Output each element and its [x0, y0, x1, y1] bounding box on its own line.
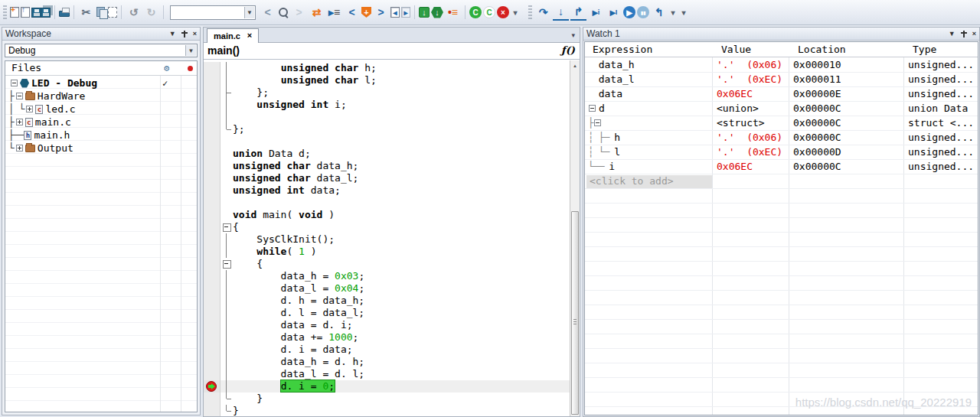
watch-expression-cell[interactable]: ┆ ├─ h: [588, 132, 710, 143]
code-line[interactable]: d. l = data_l;: [204, 307, 580, 319]
code-line[interactable]: }: [204, 405, 580, 416]
find-previous-icon[interactable]: <: [260, 5, 276, 21]
breakpoint-gutter[interactable]: [204, 135, 220, 148]
step-over-icon[interactable]: ↷: [535, 5, 551, 21]
watch-row-i[interactable]: └── i0x06EC0x00000Cunsigned...: [585, 160, 978, 174]
undo-icon[interactable]: ↺: [126, 5, 142, 21]
step-into-icon[interactable]: ↓: [553, 5, 569, 21]
code-line[interactable]: {: [204, 258, 580, 270]
fold-collapse-icon[interactable]: [220, 221, 233, 233]
chevron-down-icon[interactable]: ▼: [185, 45, 196, 56]
workspace-menu-icon[interactable]: ▼: [169, 29, 176, 38]
breakpoint-gutter[interactable]: [204, 111, 220, 123]
workspace-close-icon[interactable]: ×: [193, 29, 197, 38]
code-line[interactable]: unsigned char l;: [204, 74, 580, 86]
build-log-icon[interactable]: •≡: [445, 5, 461, 21]
toggle-bookmark-icon[interactable]: +: [361, 7, 371, 18]
toolbar-drag-handle[interactable]: [3, 5, 7, 19]
watch-expression-cell[interactable]: ┆ └─ l: [588, 146, 710, 158]
chevron-down-icon[interactable]: ▼: [244, 7, 254, 18]
tab-close-icon[interactable]: ×: [247, 31, 252, 43]
next-statement-icon[interactable]: ▸i: [588, 5, 604, 21]
debug-dropdown-icon[interactable]: ▾: [668, 5, 678, 21]
breakpoint-gutter[interactable]: [204, 246, 220, 258]
breakpoint-current-pc-icon[interactable]: [206, 381, 217, 392]
code-line[interactable]: unsigned char data_l;: [204, 172, 580, 184]
watch-row-data_h[interactable]: data_h'.' (0x06)0x000010unsigned...: [585, 58, 978, 73]
watch-add-placeholder[interactable]: <click to add>: [586, 175, 712, 188]
copy-icon[interactable]: [96, 7, 106, 18]
watch-row-l[interactable]: ┆ └─ l'.' (0xEC)0x00000Dunsigned...: [585, 145, 978, 160]
breakpoint-gutter[interactable]: [204, 356, 220, 368]
tree-expander-icon[interactable]: [589, 105, 596, 112]
tab-main-c[interactable]: main.c ×: [207, 28, 259, 43]
navigate-swap-icon[interactable]: ⇄: [309, 5, 325, 21]
watch-pin-icon[interactable]: [961, 30, 967, 38]
code-line[interactable]: [204, 197, 580, 209]
watch-expression-cell[interactable]: └── i: [588, 161, 710, 172]
breakpoint-gutter[interactable]: [204, 184, 220, 197]
tree-item-led-debug[interactable]: LED - Debug✓: [5, 77, 197, 90]
code-line[interactable]: d. h = data_h;: [204, 295, 580, 307]
breakpoint-gutter[interactable]: [204, 197, 220, 209]
breakpoint-gutter[interactable]: [204, 258, 220, 270]
tree-expander-icon[interactable]: [16, 119, 23, 125]
download-debug-icon[interactable]: ↓: [431, 7, 443, 18]
watch-add-row[interactable]: <click to add>: [585, 174, 978, 189]
code-line-current[interactable]: d. i = 0;: [204, 380, 580, 393]
code-line[interactable]: void main( void ): [204, 209, 580, 221]
code-line[interactable]: while( 1 ): [204, 246, 580, 258]
run-to-cursor-icon[interactable]: ▸I: [606, 5, 622, 21]
code-line[interactable]: };: [204, 86, 580, 99]
breakpoint-gutter[interactable]: [204, 307, 220, 319]
breakpoint-gutter[interactable]: [204, 86, 220, 99]
tree-item-main-c[interactable]: ├cmain.c: [5, 116, 197, 129]
next-document-icon[interactable]: ▸: [401, 7, 410, 18]
toolbar-search-combobox[interactable]: ▼: [170, 5, 256, 20]
breakpoint-gutter[interactable]: [204, 405, 220, 416]
previous-bookmark-icon[interactable]: <: [344, 5, 360, 21]
watch-expression-cell[interactable]: data_h: [588, 59, 710, 70]
breakpoint-gutter[interactable]: [204, 380, 220, 393]
code-line[interactable]: SysClkInit();: [204, 233, 580, 246]
debugbar-overflow-icon[interactable]: ▾: [679, 5, 688, 21]
find-next-icon[interactable]: >: [291, 5, 307, 21]
col-value[interactable]: Value: [721, 44, 751, 55]
code-line[interactable]: data_l = d. l;: [204, 368, 580, 380]
tree-expander-icon[interactable]: [11, 80, 18, 86]
breakpoint-gutter[interactable]: [204, 319, 220, 331]
breakpoint-gutter[interactable]: [204, 368, 220, 380]
breakpoint-gutter[interactable]: [204, 331, 220, 344]
code-line[interactable]: d. i = data;: [204, 344, 580, 356]
previous-document-icon[interactable]: ◂: [390, 7, 400, 18]
tree-item-main-h[interactable]: ├──hmain.h: [5, 129, 197, 142]
toolbar-overflow-icon[interactable]: ▾: [511, 5, 520, 21]
reset-icon[interactable]: ↰: [651, 5, 667, 21]
fold-collapse-icon[interactable]: [220, 258, 233, 270]
breakpoint-gutter[interactable]: [204, 209, 220, 221]
watch-close-icon[interactable]: ×: [972, 29, 976, 38]
breakpoint-gutter[interactable]: [204, 221, 220, 233]
watch-expression-cell[interactable]: data_l: [588, 73, 710, 85]
open-document-icon[interactable]: ↑: [21, 7, 30, 18]
scroll-up-icon[interactable]: ▲: [570, 60, 580, 70]
breakpoint-gutter[interactable]: [204, 344, 220, 356]
redo-icon[interactable]: ↻: [143, 5, 159, 21]
code-line[interactable]: {: [204, 221, 580, 233]
cut-icon[interactable]: ✂: [78, 5, 94, 21]
breakpoint-gutter[interactable]: [204, 282, 220, 295]
breakpoint-gutter[interactable]: [204, 393, 220, 405]
code-line[interactable]: data = d. i;: [204, 319, 580, 331]
break-icon[interactable]: ▮▮: [637, 6, 649, 18]
code-line[interactable]: [204, 135, 580, 148]
stop-build-icon[interactable]: ×: [497, 6, 509, 18]
code-line[interactable]: unsigned char h;: [204, 62, 580, 74]
workspace-pin-icon[interactable]: [181, 30, 188, 38]
col-type[interactable]: Type: [913, 44, 936, 55]
breakpoint-gutter[interactable]: [204, 99, 220, 111]
build-config-select[interactable]: Debug ▼: [5, 44, 198, 57]
tree-expander-icon[interactable]: [16, 93, 23, 99]
breakpoint-gutter[interactable]: [204, 160, 220, 172]
tree-item-hardware[interactable]: ├HardWare: [5, 90, 197, 103]
breakpoint-gutter[interactable]: [204, 295, 220, 307]
